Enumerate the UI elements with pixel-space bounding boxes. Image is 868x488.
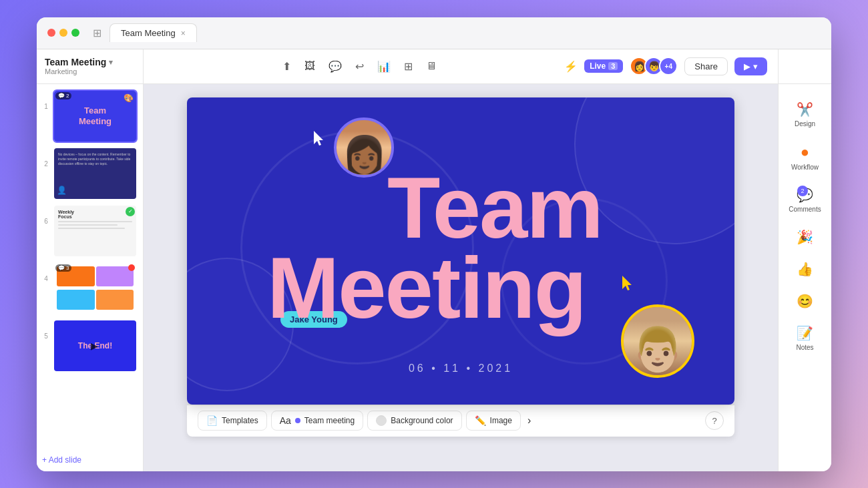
slide-thumb-2[interactable]: No devices – focus on the content. Remem… — [53, 147, 138, 200]
slide-1-decoration: 🎨 — [124, 93, 134, 103]
window-controls — [47, 29, 79, 37]
comments-panel-item[interactable]: 💬 2 Comments — [783, 180, 828, 220]
slide-thumb-5[interactable]: The End! ▶ — [53, 319, 138, 373]
slide-title-team: Team — [387, 164, 602, 251]
templates-label: Templates — [222, 416, 258, 425]
chart-icon[interactable]: 📊 — [377, 60, 391, 73]
play-icon: ▶ — [744, 61, 750, 71]
slides-panel: 1 💬2 TeamMeeting 🎨 2 — [37, 84, 143, 449]
font-color-dot — [295, 418, 300, 423]
team-meeting-button[interactable]: Aa Team meeting — [271, 411, 364, 431]
slide-3-line2 — [58, 224, 118, 226]
toolbar-subtitle: Marketing — [45, 67, 135, 75]
live-label: Live — [590, 61, 606, 71]
add-slide-button[interactable]: + Add slide — [37, 449, 143, 471]
canvas-area: Team Meeting 06 • 11 • 2021 — [144, 84, 778, 471]
slide-badge-4: 💬3 — [55, 264, 71, 272]
background-color-label: Background color — [391, 416, 453, 425]
tab-team-meeting[interactable]: Team Meeting × — [110, 23, 197, 42]
cursor-arrow-yellow — [622, 276, 634, 294]
list-item: 5 The End! ▶ — [42, 319, 138, 373]
slide-3-check: ✓ — [126, 207, 135, 216]
list-item: 4 💬3 — [42, 262, 138, 315]
slide-4-red-dot — [128, 264, 135, 271]
play-button[interactable]: ▶ ▾ — [734, 57, 767, 75]
right-panel: ✂️ Design ● Workflow 💬 2 Comments 🎉 👍 — [778, 84, 831, 471]
slide-3-line1 — [58, 221, 132, 222]
screen-icon[interactable]: 🖥 — [426, 60, 437, 72]
slide-number-2: 2 — [42, 160, 50, 168]
slide-thumb-6[interactable]: WeeklyFocus ✓ — [53, 204, 138, 258]
minimize-dot[interactable] — [59, 29, 67, 37]
image-icon[interactable]: 🖼 — [304, 60, 315, 72]
slide-number-4: 4 — [42, 275, 50, 282]
team-meeting-label: Team meeting — [304, 416, 355, 425]
templates-button[interactable]: 📄 Templates — [198, 411, 267, 431]
live-count: 3 — [608, 62, 618, 70]
close-dot[interactable] — [47, 29, 55, 37]
slide-number-5: 5 — [42, 332, 50, 340]
title-meeting: Meeting — [267, 239, 586, 336]
comments-label: Comments — [789, 206, 821, 213]
top-area: Team Meeting ▾ Marketing ⬆ 🖼 💬 ↩ 📊 ⊞ 🖥 ⚡… — [37, 49, 831, 84]
slide-2-text: No devices – focus on the content. Remem… — [58, 152, 132, 166]
smiley-panel-item[interactable]: 😊 — [783, 286, 828, 316]
slide-2-avatar: 👤 — [57, 185, 67, 196]
insert-icon[interactable]: ⬆ — [282, 60, 291, 73]
design-panel-item[interactable]: ✂️ Design — [783, 95, 828, 134]
slide-4-box4 — [96, 290, 134, 310]
help-button[interactable]: ? — [705, 411, 724, 430]
notes-label: Notes — [796, 344, 813, 351]
thumbsup-icon: 👍 — [797, 261, 813, 277]
presentation-title: Team Meeting — [45, 57, 106, 67]
toolbar-title: Team Meeting ▾ — [45, 57, 135, 67]
more-button[interactable]: › — [525, 415, 533, 427]
slide-number-6: 6 — [42, 218, 50, 225]
slide-thumb-1[interactable]: 💬2 TeamMeeting 🎨 — [53, 89, 138, 143]
toolbar-right: ⚡ Live 3 👩 👦 +4 Share ▶ ▾ — [564, 57, 767, 75]
notes-icon: 📝 — [797, 325, 813, 341]
list-item: 2 No devices – focus on the content. Rem… — [42, 147, 138, 200]
image-button[interactable]: ✏️ Image — [466, 411, 521, 431]
main-content: 1 💬2 TeamMeeting 🎨 2 — [37, 84, 831, 471]
slide-thumb-4[interactable]: 💬3 — [53, 262, 138, 315]
app-window: ⊞ Team Meeting × Team Meeting ▾ Marketin… — [37, 17, 831, 471]
notes-panel-item[interactable]: 📝 Notes — [783, 318, 828, 358]
presenter-avatar-1: 👩🏾 — [334, 117, 394, 178]
grid-icon[interactable]: ⊞ — [93, 27, 101, 39]
presenter-avatar-2: 👨🏼 — [621, 304, 694, 378]
comment-icon[interactable]: 💬 — [329, 60, 342, 73]
lightning-icon[interactable]: ⚡ — [564, 60, 578, 73]
design-icon: ✂️ — [797, 101, 813, 117]
table-icon[interactable]: ⊞ — [404, 60, 413, 73]
celebrate-panel-item[interactable]: 🎉 — [783, 222, 828, 252]
main-toolbar: ⬆ 🖼 💬 ↩ 📊 ⊞ 🖥 ⚡ Live 3 👩 — [144, 49, 778, 84]
image-label: Image — [490, 416, 512, 425]
color-swatch — [376, 415, 387, 426]
redo-icon[interactable]: ↩ — [355, 60, 364, 73]
workflow-panel-item[interactable]: ● Workflow — [783, 137, 828, 178]
slide-badge-1: 💬2 — [55, 92, 71, 99]
avatar-more[interactable]: +4 — [659, 57, 678, 75]
svg-marker-1 — [622, 276, 632, 290]
tab-label: Team Meeting — [121, 28, 176, 38]
slide-4-box2 — [96, 266, 134, 286]
share-button[interactable]: Share — [684, 57, 728, 75]
toolbar-left: Team Meeting ▾ Marketing — [45, 57, 135, 75]
presenter-2-emoji: 👨🏼 — [631, 328, 684, 371]
comments-badge: 2 — [797, 186, 808, 196]
slide-3-title: WeeklyFocus — [58, 210, 74, 219]
list-item: 1 💬2 TeamMeeting 🎨 — [42, 89, 138, 143]
tab-close-icon[interactable]: × — [181, 29, 186, 38]
slide-title-meeting: Meeting — [267, 244, 586, 331]
right-panel-header — [778, 49, 831, 84]
thumbsup-panel-item[interactable]: 👍 — [783, 254, 828, 284]
templates-icon: 📄 — [206, 415, 218, 426]
background-color-button[interactable]: Background color — [367, 411, 461, 431]
workflow-label: Workflow — [791, 164, 819, 171]
slides-sidebar: 1 💬2 TeamMeeting 🎨 2 — [37, 84, 144, 471]
slide-canvas: Team Meeting 06 • 11 • 2021 — [187, 97, 734, 405]
sidebar-header: Team Meeting ▾ Marketing — [37, 49, 144, 84]
maximize-dot[interactable] — [71, 29, 79, 37]
chevron-icon[interactable]: ▾ — [109, 58, 113, 67]
